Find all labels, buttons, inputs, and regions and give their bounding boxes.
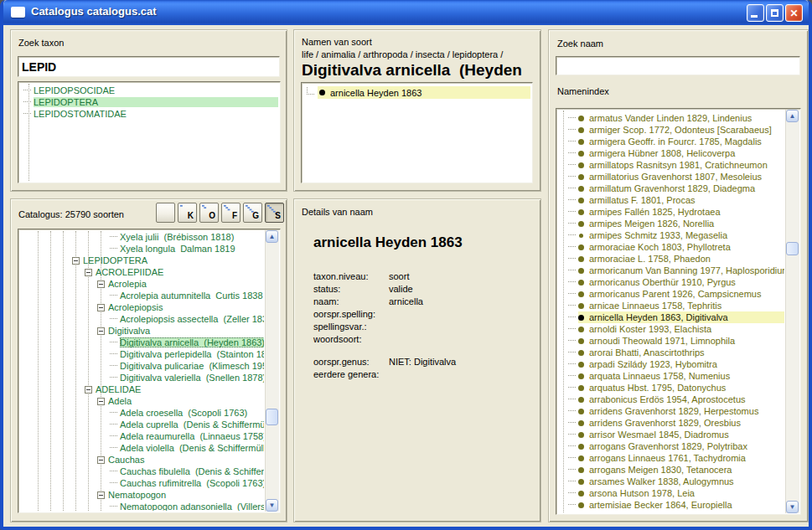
tree-leaf-item[interactable]: Adela cuprella (Denis & Schiffermülle: [20, 419, 264, 430]
namenindex-item-body: arorai Bhatti, Anascirtothrips: [578, 347, 784, 358]
namenindex-item[interactable]: armipes Schmitz 1933, Megaselia: [558, 229, 784, 241]
namenindex-item[interactable]: armiger Scop. 1772, Odonteus [Scarabaeus…: [558, 124, 784, 136]
namenindex-item[interactable]: armipes Meigen 1826, Norellia: [558, 218, 784, 229]
namenindex-item[interactable]: arnoldi Koster 1993, Elachista: [558, 323, 784, 335]
level-button-blank[interactable]: [156, 203, 175, 223]
bullet-icon: [319, 90, 325, 95]
tree-item-label: Digitivalva perlepidella (Stainton 184: [120, 349, 264, 359]
taxon-result-item[interactable]: LEPIDOPTERA: [23, 96, 278, 108]
level-button-k[interactable]: K: [178, 203, 197, 223]
scroll-up-button[interactable]: ▲: [786, 110, 799, 122]
namenindex-item[interactable]: armoraciae L. 1758, Phaedon: [558, 253, 784, 265]
namenindex-item[interactable]: armipes Fallén 1825, Hydrotaea: [558, 206, 784, 218]
namenindex-item[interactable]: artemisiae Becker 1864, Europiella: [558, 499, 784, 511]
taxon-results-listbox[interactable]: LEPIDOPSOCIDAELEPIDOPTERALEPIDOSTOMATIDA…: [18, 81, 281, 183]
scroll-down-button[interactable]: ▼: [266, 499, 278, 512]
title-bar[interactable]: Catalogus catalogus.cat ✕: [3, 0, 809, 25]
namenindex-item[interactable]: arorai Bhatti, Anascirtothrips: [558, 347, 784, 358]
namenindex-item[interactable]: armoricanus Parent 1926, Campsicnemus: [558, 288, 784, 300]
tree-leaf-item[interactable]: Acrolepia autumnitella Curtis 1838: [20, 290, 264, 301]
namenindex-item[interactable]: armillatorius Gravenhorst 1807, Mesoleiu…: [558, 171, 784, 183]
namenindex-item[interactable]: arnoudi Theowald 1971, Limnophila: [558, 335, 784, 347]
species-names-listbox[interactable]: arnicella Heyden 1863: [301, 82, 533, 183]
tree-leaf-item[interactable]: Digitivalva valeriella (Snellen 1878): [20, 372, 264, 383]
namenindex-listbox[interactable]: armatus Vander Linden 1829, Lindeniusarm…: [556, 108, 801, 515]
namenindex-item[interactable]: arrogans Linnaeus 1761, Tachydromia: [558, 452, 784, 464]
namenindex-item[interactable]: arsames Walker 1838, Aulogymnus: [558, 476, 784, 487]
tree-branch-item[interactable]: ADELIDAE: [20, 383, 264, 395]
namenindex-item[interactable]: arpadi Szilády 1923, Hybomitra: [558, 358, 784, 370]
tree-branch-item[interactable]: Acrolepiopsis: [20, 301, 264, 313]
namenindex-item[interactable]: armoraciae Koch 1803, Phyllotreta: [558, 241, 784, 253]
namenindex-item[interactable]: arridens Gravenhorst 1829, Herpestomus: [558, 405, 784, 417]
taxon-result-item[interactable]: LEPIDOPSOCIDAE: [23, 85, 278, 96]
namenindex-scrollbar[interactable]: ▲ ▼: [785, 110, 799, 513]
namenindex-item[interactable]: armatus Vander Linden 1829, Lindenius: [558, 112, 784, 124]
maximize-button[interactable]: [766, 4, 784, 22]
level-button-s[interactable]: S: [265, 203, 284, 223]
tree-leaf-item[interactable]: Cauchas rufimitrella (Scopoli 1763): [20, 477, 264, 489]
tree-leaf-item[interactable]: Cauchas fibulella (Denis & Schiffermü: [20, 466, 264, 477]
bullet-icon: [578, 198, 584, 203]
tree-leaf-item[interactable]: Adela croesella (Scopoli 1763): [20, 407, 264, 419]
tree-branch-item[interactable]: Adela: [20, 395, 264, 407]
namenindex-item[interactable]: arrabonicus Erdös 1954, Aprostocetus: [558, 394, 784, 405]
tree-branch-item[interactable]: LEPIDOPTERA: [20, 255, 264, 266]
tree-leaf-item[interactable]: Xyela julii (Brébisson 1818): [20, 231, 264, 243]
scroll-up-button[interactable]: ▲: [266, 230, 278, 243]
tree-leaf-item[interactable]: Nematopogon adansoniella (Villers 1: [20, 501, 264, 511]
tree-branch-item[interactable]: Digitivalva: [20, 325, 264, 337]
name-search-input[interactable]: [556, 56, 800, 75]
expand-collapse-icon: [97, 304, 105, 311]
details-field-row: eerdere genera:: [313, 368, 534, 381]
level-button-o[interactable]: O: [199, 203, 219, 223]
scrollbar-thumb[interactable]: [266, 409, 278, 425]
tree-branch-item[interactable]: Acrolepia: [20, 278, 264, 290]
minimize-button[interactable]: [747, 4, 764, 22]
scrollbar-thumb[interactable]: [786, 242, 799, 255]
bullet-icon: [578, 221, 584, 227]
namenindex-item[interactable]: armillatum Gravenhorst 1829, Diadegma: [558, 183, 784, 194]
tree-branch-item[interactable]: Nematopogon: [20, 489, 264, 501]
tree-branch-item[interactable]: ACROLEPIIDAE: [20, 266, 264, 278]
tree-leaf-item[interactable]: Digitivalva perlepidella (Stainton 184: [20, 348, 264, 360]
namenindex-item[interactable]: arquata Linnaeus 1758, Numenius: [558, 370, 784, 382]
level-button-f[interactable]: F: [221, 203, 240, 223]
taxon-result-item[interactable]: LEPIDOSTOMATIDAE: [23, 108, 278, 120]
app-icon: [11, 7, 25, 18]
namenindex-item-body: armoricanus Parent 1926, Campsicnemus: [578, 288, 784, 300]
namenindex-item[interactable]: armoricanum Van Banning 1977, Haplospori…: [558, 265, 784, 276]
close-button[interactable]: ✕: [785, 4, 803, 22]
namenindex-item[interactable]: armillatops Rasnitsyn 1981, Cratichneumo…: [558, 159, 784, 171]
namenindex-item[interactable]: arridens Gravenhorst 1829, Oresbius: [558, 417, 784, 429]
namenindex-item[interactable]: armigera Geoffr. in Fourcr. 1785, Magdal…: [558, 136, 784, 147]
tree-connector: [110, 353, 117, 355]
tree-leaf-item[interactable]: Adela reaumurella (Linnaeus 1758): [20, 430, 264, 442]
tree-leaf-item[interactable]: Adela violella (Denis & Schiffermüller: [20, 442, 264, 454]
namenindex-item[interactable]: arquatus Hbst. 1795, Datonychus: [558, 382, 784, 394]
taxonomy-breadcrumb: life / animalia / arthropoda / insecta /…: [302, 49, 503, 59]
level-button-g[interactable]: G: [243, 203, 262, 223]
tree-leaf-item[interactable]: Acrolepiopsis assectella (Zeller 1839: [20, 313, 264, 325]
species-name-item[interactable]: arnicella Heyden 1863: [303, 86, 530, 99]
namenindex-item[interactable]: arrisor Wesmael 1845, Diadromus: [558, 429, 784, 440]
namenindex-item[interactable]: armigera Hübner 1808, Helicoverpa: [558, 147, 784, 159]
namenindex-item[interactable]: armoricanus Oberthür 1910, Pyrgus: [558, 276, 784, 288]
namenindex-item[interactable]: arsona Hutson 1978, Leia: [558, 487, 784, 499]
scroll-down-button[interactable]: ▼: [786, 501, 799, 513]
tree-leaf-item[interactable]: Digitivalva pulicariae (Klimesch 1956: [20, 360, 264, 372]
catalogus-tree[interactable]: Xyela julii (Brébisson 1818)Xyela longul…: [18, 229, 281, 513]
namenindex-item[interactable]: arnicella Heyden 1863, Digitivalva: [558, 311, 784, 323]
tree-connector: [568, 199, 576, 201]
bullet-icon: [578, 502, 584, 508]
tree-leaf-item[interactable]: Digitivalva arnicella (Heyden 1863): [20, 337, 264, 348]
tree-branch-item[interactable]: Cauchas: [20, 454, 264, 466]
namenindex-item-body: arridens Gravenhorst 1829, Oresbius: [578, 417, 784, 429]
taxon-search-input[interactable]: [18, 56, 280, 77]
namenindex-item[interactable]: armillatus F. 1801, Procas: [558, 194, 784, 206]
namenindex-item[interactable]: arrogans Gravenhorst 1829, Polytribax: [558, 440, 784, 452]
namenindex-item[interactable]: arrogans Meigen 1830, Tetanocera: [558, 464, 784, 476]
catalogus-scrollbar[interactable]: ▲ ▼: [265, 230, 279, 512]
tree-leaf-item[interactable]: Xyela longula Dalman 1819: [20, 243, 264, 255]
namenindex-item[interactable]: arnicae Linnaeus 1758, Tephritis: [558, 300, 784, 311]
